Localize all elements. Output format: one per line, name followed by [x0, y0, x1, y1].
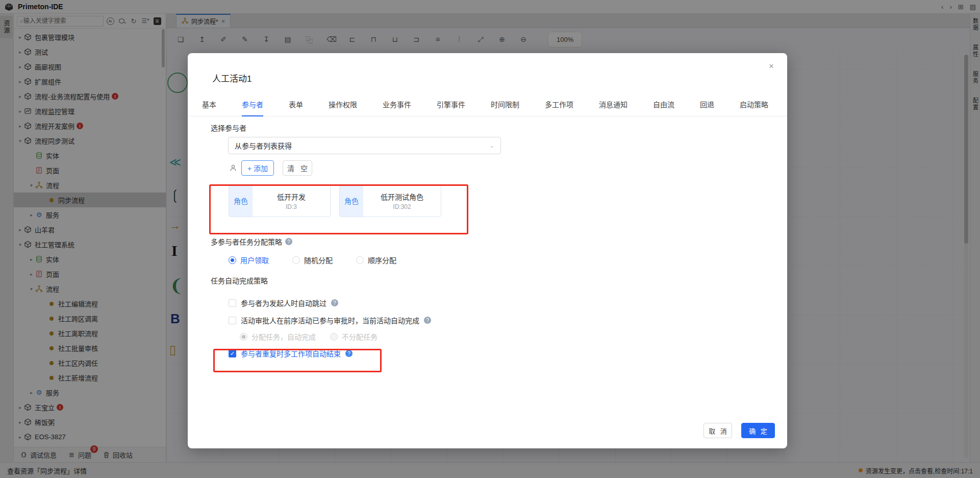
radio-顺序分配[interactable]: 顺序分配 [356, 255, 396, 265]
participant-source-select[interactable]: 从参与者列表获得 ⌄ [228, 137, 501, 154]
help-icon[interactable]: ? [424, 317, 431, 324]
role-id: ID:302 [393, 203, 411, 210]
dialog-tab-自由流[interactable]: 自由流 [653, 99, 674, 116]
radio-disabled-分配任务，自动完成: 分配任务，自动完成 [240, 331, 316, 342]
chevron-down-icon: ⌄ [489, 142, 494, 149]
close-icon[interactable]: × [769, 61, 774, 71]
radio-随机分配[interactable]: 随机分配 [292, 255, 333, 265]
add-participant-button[interactable]: + 添加 [241, 160, 274, 176]
select-value: 从参与者列表获得 [235, 140, 292, 151]
autocomplete-strategy-label: 任务自动完成策略 [211, 275, 764, 285]
dialog-tab-引擎事件[interactable]: 引擎事件 [437, 99, 465, 116]
dialog-tab-多工作项[interactable]: 多工作项 [545, 99, 573, 116]
dialog-tab-表单[interactable]: 表单 [289, 99, 303, 116]
radio-icon [356, 256, 364, 264]
help-icon[interactable]: ? [285, 238, 292, 245]
radio-disabled-不分配任务: 不分配任务 [330, 331, 378, 342]
help-icon[interactable]: ? [345, 350, 353, 357]
cancel-button[interactable]: 取 消 [703, 423, 732, 438]
dialog-tab-参与者[interactable]: 参与者 [242, 99, 263, 116]
role-name: 低开测试角色 [381, 192, 423, 202]
participant-card[interactable]: 角色 低开测试角色 ID:302 [339, 184, 441, 217]
participant-card[interactable]: 角色 低开开发 ID:3 [229, 184, 331, 217]
auto-end-duplicate-workitems-checkbox[interactable]: ✓ 参与者重复时多工作项自动结束 ? [229, 348, 764, 358]
checkbox-checked-icon: ✓ [229, 350, 236, 357]
role-id: ID:3 [286, 203, 297, 210]
dialog-tab-业务事件[interactable]: 业务事件 [383, 99, 411, 116]
radio-disabled-icon [240, 333, 247, 341]
app-root: Primeton-IDE ‹ › ⊞ ▤ 资源 ⌕ AI↻☰▾≣ ▸ 包裹管理模… [0, 0, 980, 478]
auto-complete-when-approved-checkbox[interactable]: 活动审批人在前序活动已参与审批时，当前活动自动完成 ? [229, 315, 764, 325]
dialog-tab-基本[interactable]: 基本 [202, 99, 216, 116]
activity-dialog: × 人工活动1 基本参与者表单操作权限业务事件引擎事件时间限制多工作项消息通知自… [188, 53, 787, 448]
role-tag: 角色 [229, 185, 253, 217]
ok-button[interactable]: 确 定 [741, 423, 775, 438]
person-icon [229, 164, 237, 172]
dialog-tab-回退[interactable]: 回退 [700, 99, 714, 116]
radio-icon [292, 256, 300, 264]
dialog-footer: 取 消 确 定 [703, 423, 775, 438]
dialog-tab-时间限制[interactable]: 时间限制 [491, 99, 519, 116]
participant-actions: + 添加 清 空 [229, 160, 764, 176]
clear-participants-button[interactable]: 清 空 [283, 160, 312, 176]
dialog-tabs: 基本参与者表单操作权限业务事件引擎事件时间限制多工作项消息通知自由流回退启动策略 [188, 99, 787, 116]
checkbox-icon [229, 317, 236, 324]
help-icon[interactable]: ? [331, 299, 338, 306]
dialog-tab-消息通知[interactable]: 消息通知 [599, 99, 627, 116]
dialog-tab-启动策略[interactable]: 启动策略 [740, 99, 768, 116]
participant-section-label: 选择参与者 [211, 123, 764, 133]
role-name: 低开开发 [277, 192, 306, 202]
role-tag: 角色 [340, 185, 363, 217]
radio-disabled-icon [330, 333, 338, 341]
skip-when-initiator-checkbox[interactable]: 参与者为发起人时自动跳过 ? [229, 298, 764, 308]
dialog-title: 人工活动1 [188, 53, 787, 84]
assign-strategy-options: 用户领取 随机分配 顺序分配 [229, 255, 764, 265]
dialog-body: 选择参与者 从参与者列表获得 ⌄ + 添加 清 空 角色 低开开发 ID:3 角… [188, 116, 787, 358]
dialog-tab-操作权限[interactable]: 操作权限 [329, 99, 357, 116]
checkbox-icon [229, 299, 236, 307]
auto-complete-sub-options: 分配任务，自动完成 不分配任务 [240, 332, 764, 341]
participant-cards: 角色 低开开发 ID:3 角色 低开测试角色 ID:302 [229, 184, 764, 217]
assign-strategy-label: 多参与者任务分配策略 ? [211, 236, 764, 247]
radio-icon [229, 256, 236, 264]
radio-用户领取[interactable]: 用户领取 [229, 255, 269, 265]
